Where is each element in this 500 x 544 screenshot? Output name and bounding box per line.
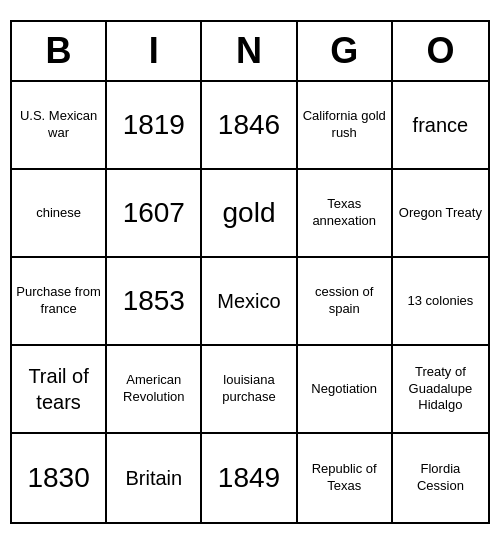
- bingo-grid: U.S. Mexican war18191846California gold …: [12, 82, 488, 522]
- bingo-cell-4: france: [393, 82, 488, 170]
- bingo-cell-2: 1846: [202, 82, 297, 170]
- bingo-cell-15: Trail of tears: [12, 346, 107, 434]
- bingo-cell-6: 1607: [107, 170, 202, 258]
- bingo-cell-11: 1853: [107, 258, 202, 346]
- bingo-cell-1: 1819: [107, 82, 202, 170]
- bingo-cell-0: U.S. Mexican war: [12, 82, 107, 170]
- header-letter-g: G: [298, 22, 393, 80]
- bingo-cell-5: chinese: [12, 170, 107, 258]
- bingo-cell-23: Republic of Texas: [298, 434, 393, 522]
- bingo-cell-7: gold: [202, 170, 297, 258]
- bingo-cell-24: Flordia Cession: [393, 434, 488, 522]
- header-letter-n: N: [202, 22, 297, 80]
- bingo-cell-3: California gold rush: [298, 82, 393, 170]
- bingo-cell-10: Purchase from france: [12, 258, 107, 346]
- bingo-cell-14: 13 colonies: [393, 258, 488, 346]
- bingo-cell-19: Treaty of Guadalupe Hidalgo: [393, 346, 488, 434]
- bingo-cell-9: Oregon Treaty: [393, 170, 488, 258]
- bingo-cell-16: American Revolution: [107, 346, 202, 434]
- bingo-cell-21: Britain: [107, 434, 202, 522]
- bingo-cell-22: 1849: [202, 434, 297, 522]
- bingo-cell-17: louisiana purchase: [202, 346, 297, 434]
- bingo-card: BINGO U.S. Mexican war18191846California…: [10, 20, 490, 524]
- bingo-cell-13: cession of spain: [298, 258, 393, 346]
- header-letter-i: I: [107, 22, 202, 80]
- bingo-cell-12: Mexico: [202, 258, 297, 346]
- bingo-header: BINGO: [12, 22, 488, 82]
- bingo-cell-8: Texas annexation: [298, 170, 393, 258]
- header-letter-o: O: [393, 22, 488, 80]
- bingo-cell-18: Negotiation: [298, 346, 393, 434]
- header-letter-b: B: [12, 22, 107, 80]
- bingo-cell-20: 1830: [12, 434, 107, 522]
